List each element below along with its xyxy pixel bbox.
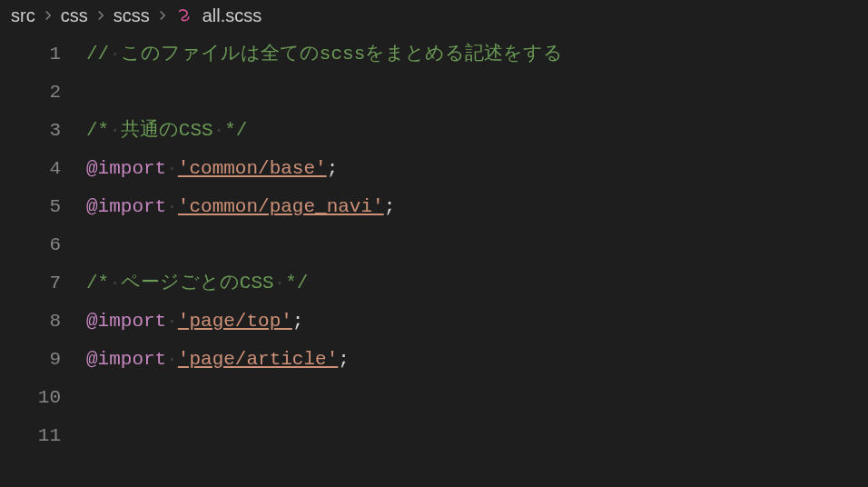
line-number: 4 [0, 150, 61, 188]
code-line: @import·'common/base'; [86, 150, 868, 188]
line-number: 11 [0, 417, 61, 455]
chevron-right-icon [157, 8, 168, 25]
comment-token: /*·ページごとのCSS·*/ [86, 273, 308, 293]
code-line: @import·'page/top'; [86, 303, 868, 341]
line-number: 8 [0, 303, 61, 341]
keyword-token: @import [86, 158, 166, 179]
line-number: 10 [0, 379, 61, 417]
line-number: 7 [0, 264, 61, 303]
string-token: 'common/base' [178, 158, 327, 179]
code-line: @import·'common/page_navi'; [86, 188, 868, 226]
keyword-token: @import [86, 349, 166, 370]
string-token: 'common/page_navi' [178, 196, 384, 217]
code-line: @import·'page/article'; [86, 341, 868, 379]
keyword-token: @import [86, 196, 166, 217]
string-token: 'page/top' [178, 311, 292, 332]
code-line: //·// このファイルは全てのscssをまとめる記述をするこのファイルは全ての… [86, 35, 868, 74]
line-number: 3 [0, 112, 61, 150]
breadcrumb-item-scss[interactable]: scss [113, 5, 150, 26]
comment-token: /*·共通のCSS·*/ [86, 120, 247, 141]
code-line: /*·ページごとのCSS·*/ [86, 264, 868, 303]
punct-token: ; [327, 158, 339, 179]
line-number: 6 [0, 226, 61, 264]
code-line [86, 417, 868, 455]
scss-file-icon [175, 6, 195, 26]
chevron-right-icon [95, 8, 106, 25]
code-line [86, 379, 868, 417]
code-line: /*·共通のCSS·*/ [86, 112, 868, 150]
code-area[interactable]: //·// このファイルは全てのscssをまとめる記述をするこのファイルは全ての… [86, 35, 868, 455]
whitespace-dot: · [166, 311, 178, 332]
keyword-token: @import [86, 311, 166, 332]
code-line [86, 226, 868, 264]
punct-token: ; [338, 349, 350, 370]
line-number: 1 [0, 35, 61, 74]
code-editor[interactable]: 1 2 3 4 5 6 7 8 9 10 11 //·// このファイルは全ての… [0, 32, 868, 455]
breadcrumb-item-file[interactable]: all.scss [202, 5, 262, 26]
comment-token: //·// このファイルは全てのscssをまとめる記述をするこのファイルは全ての… [86, 44, 563, 65]
chevron-right-icon [43, 8, 54, 25]
line-number: 5 [0, 188, 61, 226]
code-line [86, 74, 868, 112]
string-token: 'page/article' [178, 349, 338, 370]
breadcrumb: src css scss all.scss [0, 0, 868, 32]
punct-token: ; [384, 196, 396, 217]
breadcrumb-item-src[interactable]: src [11, 5, 35, 26]
line-number: 9 [0, 341, 61, 379]
punct-token: ; [292, 311, 304, 332]
whitespace-dot: · [166, 158, 178, 179]
whitespace-dot: · [166, 196, 178, 217]
line-number: 2 [0, 74, 61, 112]
gutter: 1 2 3 4 5 6 7 8 9 10 11 [0, 35, 86, 455]
whitespace-dot: · [166, 349, 178, 370]
breadcrumb-item-css[interactable]: css [61, 5, 88, 26]
